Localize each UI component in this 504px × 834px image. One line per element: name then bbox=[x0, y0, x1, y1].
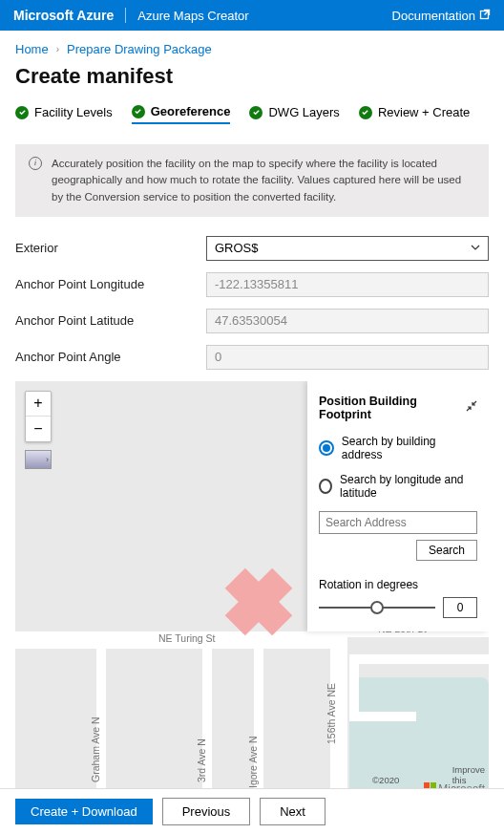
map-road-label: 3rd Ave N bbox=[196, 738, 207, 782]
breadcrumb-current[interactable]: Prepare Drawing Package bbox=[67, 42, 212, 56]
radio-icon bbox=[319, 440, 334, 456]
breadcrumb-home[interactable]: Home bbox=[15, 42, 49, 56]
map-road bbox=[349, 654, 489, 664]
anchor-lon-label: Anchor Point Longitude bbox=[15, 277, 206, 291]
info-box: i Accurately position the facility on th… bbox=[15, 144, 489, 217]
map-road-label: NE Turing St bbox=[158, 632, 216, 644]
radio-search-address[interactable]: Search by building address bbox=[319, 435, 477, 461]
search-button[interactable]: Search bbox=[416, 540, 477, 561]
separator bbox=[125, 8, 126, 23]
anchor-lat-label: Anchor Point Latitude bbox=[15, 313, 206, 328]
exterior-value: GROS$ bbox=[215, 241, 259, 255]
building-footprint-marker[interactable] bbox=[225, 568, 292, 635]
breadcrumb: Home › Prepare Drawing Package bbox=[15, 42, 489, 56]
zoom-in-button[interactable]: + bbox=[26, 392, 51, 417]
check-icon bbox=[132, 105, 145, 118]
external-link-icon bbox=[479, 9, 491, 23]
tab-label: Georeference bbox=[151, 104, 231, 118]
chevron-right-icon: › bbox=[56, 44, 59, 54]
documentation-link[interactable]: Documentation bbox=[392, 9, 491, 23]
check-icon bbox=[249, 106, 262, 119]
page-title: Create manifest bbox=[15, 64, 489, 89]
info-text: Accurately position the facility on the … bbox=[52, 156, 475, 205]
anchor-angle-input: 0 bbox=[206, 345, 489, 370]
tab-label: Facility Levels bbox=[34, 105, 113, 119]
anchor-angle-label: Anchor Point Angle bbox=[15, 350, 206, 364]
radio-label: Search by longitude and latitude bbox=[340, 473, 477, 500]
wizard-tabs: Facility Levels Georeference DWG Layers … bbox=[15, 104, 489, 131]
tab-facility-levels[interactable]: Facility Levels bbox=[15, 105, 113, 123]
zoom-out-button[interactable]: − bbox=[26, 417, 51, 441]
exterior-select[interactable]: GROS$ bbox=[206, 236, 489, 261]
check-icon bbox=[359, 106, 372, 119]
tab-georeference[interactable]: Georeference bbox=[132, 104, 231, 124]
map-road bbox=[349, 654, 359, 712]
brand: Microsoft Azure bbox=[13, 8, 114, 23]
anchor-lon-input: -122.13355811 bbox=[206, 272, 489, 297]
search-address-input[interactable] bbox=[319, 511, 477, 534]
create-download-button[interactable]: Create + Download bbox=[15, 799, 153, 824]
previous-button[interactable]: Previous bbox=[162, 798, 251, 825]
map-canvas[interactable]: NE Turing St NE 28th St Graham Ave N 3rd… bbox=[15, 381, 489, 798]
collapse-icon[interactable] bbox=[466, 400, 477, 415]
info-icon: i bbox=[29, 157, 42, 170]
map-road bbox=[349, 712, 416, 721]
documentation-label: Documentation bbox=[392, 9, 475, 23]
next-button[interactable]: Next bbox=[260, 798, 326, 825]
layer-switcher[interactable]: › bbox=[25, 450, 52, 469]
tab-label: DWG Layers bbox=[268, 105, 339, 119]
map-road-label: Igore Ave N bbox=[247, 736, 259, 788]
position-footprint-panel: Position Building Footprint Search by bu… bbox=[307, 381, 489, 631]
radio-search-lonlat[interactable]: Search by longitude and latitude bbox=[319, 473, 477, 500]
chevron-down-icon bbox=[471, 241, 480, 255]
check-icon bbox=[15, 106, 29, 119]
map-road-label: 156th Ave NE bbox=[326, 683, 337, 744]
rotation-value-input[interactable]: 0 bbox=[443, 597, 477, 618]
topbar: Microsoft Azure Azure Maps Creator Docum… bbox=[0, 0, 504, 31]
tab-dwg-layers[interactable]: DWG Layers bbox=[249, 105, 339, 123]
map-road-label: Graham Ave N bbox=[90, 716, 101, 782]
exterior-label: Exterior bbox=[15, 241, 206, 255]
anchor-lat-input: 47.63530054 bbox=[206, 309, 489, 333]
bottom-bar: Create + Download Previous Next bbox=[0, 788, 504, 834]
zoom-control: + − bbox=[25, 391, 52, 442]
radio-icon bbox=[319, 479, 332, 494]
panel-title: Position Building Footprint bbox=[319, 395, 466, 421]
tab-label: Review + Create bbox=[378, 105, 470, 119]
rotation-label: Rotation in degrees bbox=[319, 561, 477, 591]
product-name: Azure Maps Creator bbox=[137, 9, 391, 23]
rotation-slider[interactable] bbox=[319, 601, 435, 614]
tab-review-create[interactable]: Review + Create bbox=[359, 105, 470, 123]
radio-label: Search by building address bbox=[342, 435, 477, 461]
